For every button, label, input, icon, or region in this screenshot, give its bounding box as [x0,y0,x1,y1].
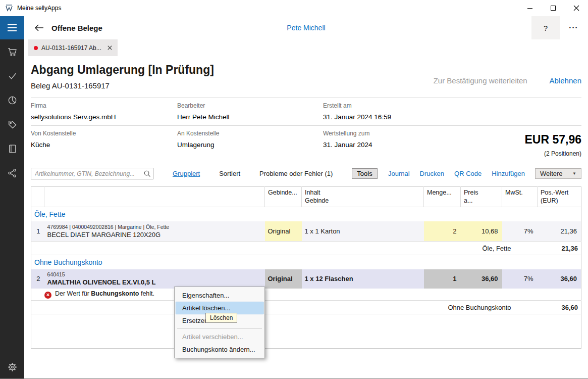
article-cell: 640415 AMALTHIA OLIVENOEL EX.VI.0,5 L [44,269,265,289]
header-article[interactable] [44,187,265,207]
reject-button[interactable]: Ablehnen [550,76,581,85]
inhalt-cell: 1 x 1 Karton [302,221,424,242]
info-row: Firma sellysolutions Serv.ges.mbH Bearbe… [31,98,581,125]
group-footer: Öle, Fette 21,36 [31,242,581,255]
menu-separator [177,328,262,329]
book-icon [7,144,18,154]
maximize-icon [551,6,556,11]
pos-wert-cell: 36,60 [538,269,581,289]
header-preis[interactable]: Preis a... [461,187,502,207]
sidebar-item-prices[interactable] [0,112,24,136]
menge-cell[interactable]: 2 [424,221,461,242]
document-total: EUR 57,96 (2 Positionen) [524,133,581,157]
inhalt-cell: 1 x 12 Flaschen [302,269,424,289]
help-button[interactable]: ? [531,16,560,39]
header-mwst[interactable]: MwSt. [502,187,538,207]
row-number: 1 [31,221,44,242]
print-link[interactable]: Drucken [420,170,444,177]
problems-filter[interactable]: Probleme oder Fehler (1) [259,170,333,177]
total-amount: EUR 57,96 [524,133,581,147]
preis-cell[interactable]: 36,60 [461,269,502,289]
header-gebinde[interactable]: Gebinde... [265,187,302,207]
sidebar-item-reports[interactable] [0,88,24,112]
qr-code-link[interactable]: QR Code [454,170,482,177]
sidebar-item-cart[interactable] [0,39,24,64]
header-inhalt-gebinde[interactable]: Inhalt Gebinde [302,187,424,207]
tab-close-button[interactable] [108,45,112,50]
tab-label: AU-0131-165917 Ab... [41,44,101,52]
tag-icon [7,119,18,130]
sidebar [0,16,24,378]
field-firma: Firma sellysolutions Serv.ges.mbH [31,102,177,125]
sorted-toggle[interactable]: Sortiert [219,170,240,177]
document-header: Abgang Umlagerung [In Prüfung] Beleg AU-… [31,63,581,90]
error-icon: × [44,292,51,299]
error-text: Der Wert für Buchungskonto fehlt. [55,290,154,297]
hamburger-menu-button[interactable] [0,16,24,39]
menge-cell[interactable]: 1 [424,269,461,289]
group-header: Öle, Fette [31,207,581,221]
maximize-button[interactable] [542,0,565,16]
pos-wert-cell: 21,36 [538,221,581,242]
tab-strip: AU-0131-165917 Ab... [24,39,588,56]
sidebar-item-settings[interactable] [0,355,24,378]
sidebar-item-catalog[interactable] [0,136,24,161]
menu-item-buchungskonto-aendern[interactable]: Buchungskonto ändern... [176,343,263,356]
header-menge[interactable]: Menge... [424,187,461,207]
search-input[interactable] [31,168,153,179]
field-von-kostenstelle: Von Kostenstelle Küche [31,130,177,167]
app-icon [5,4,13,12]
top-navbar: Offene Belege Pete Michell ? ••• [24,16,588,39]
window-controls [518,0,588,16]
titlebar: Meine sellyApps [0,0,588,16]
forward-for-approval-button[interactable]: Zur Bestätigung weiterleiten [434,76,527,85]
window-title: Meine sellyApps [17,5,61,12]
journal-link[interactable]: Journal [388,170,410,177]
document-actions: Zur Bestätigung weiterleiten Ablehnen [434,76,581,85]
back-button[interactable] [30,16,47,39]
more-dropdown-button[interactable]: Weitere ▼ [535,168,581,179]
minimize-button[interactable] [518,0,542,16]
item-row[interactable]: 2 640415 AMALTHIA OLIVENOEL EX.VI.0,5 L … [31,269,581,289]
tools-button[interactable]: Tools [352,168,377,179]
more-options-button[interactable]: ••• [560,16,588,39]
table-empty-area [31,314,581,349]
gebinde-cell[interactable]: Original [265,269,302,289]
mwst-cell: 7% [502,221,538,242]
menu-item-eigenschaften[interactable]: Eigenschaften... [176,289,263,302]
header-row-number[interactable] [31,187,44,207]
document-tab[interactable]: AU-0131-165917 Ab... [28,39,118,56]
current-user[interactable]: Pete Michell [287,24,325,32]
header-pos-wert[interactable]: Pos.-Wert (EUR) [538,187,581,207]
document-title: Abgang Umlagerung [In Prüfung] [31,63,581,77]
positions-count: (2 Positionen) [524,150,581,157]
info-row: Von Kostenstelle Küche An Kostenstelle U… [31,125,581,167]
article-meta: 4769984 | 04000492002816 | Margarine | Ö… [47,224,262,230]
group-header: Ohne Buchungskonto [31,255,581,269]
sidebar-item-share[interactable] [0,161,24,185]
sidebar-item-tasks[interactable] [0,64,24,88]
add-item-link[interactable]: Hinzufügen [492,170,525,177]
row-number: 2 [31,269,44,289]
field-an-kostenstelle: An Kostenstelle Umlagerung [177,130,323,167]
navbar-actions: ? ••• [531,16,588,39]
preis-cell[interactable]: 10,68 [461,221,502,242]
unsaved-dot-icon [34,46,38,50]
menu-item-artikel-verschieben[interactable]: Artikel verschieben... [176,330,263,343]
search-icon[interactable] [143,170,151,177]
positions-table: Gebinde... Inhalt Gebinde Menge... Preis… [31,186,581,349]
close-button[interactable] [565,0,588,16]
mwst-cell: 7% [502,269,538,289]
chevron-down-icon: ▼ [572,171,576,176]
field-erstellt-am: Erstellt am 31. Januar 2024 16:59 [323,102,469,125]
back-arrow-icon [33,22,44,33]
tooltip: Löschen [205,313,237,323]
group-footer: Ohne Buchungskonto 36,60 [31,301,581,314]
close-icon [108,45,112,50]
table-header-row: Gebinde... Inhalt Gebinde Menge... Preis… [31,187,581,207]
item-row[interactable]: 1 4769984 | 04000492002816 | Margarine |… [31,221,581,242]
gebinde-cell[interactable]: Original [265,221,302,242]
cart-icon [7,46,18,57]
checkmark-icon [7,71,18,81]
grouped-toggle[interactable]: Gruppiert [173,170,200,177]
